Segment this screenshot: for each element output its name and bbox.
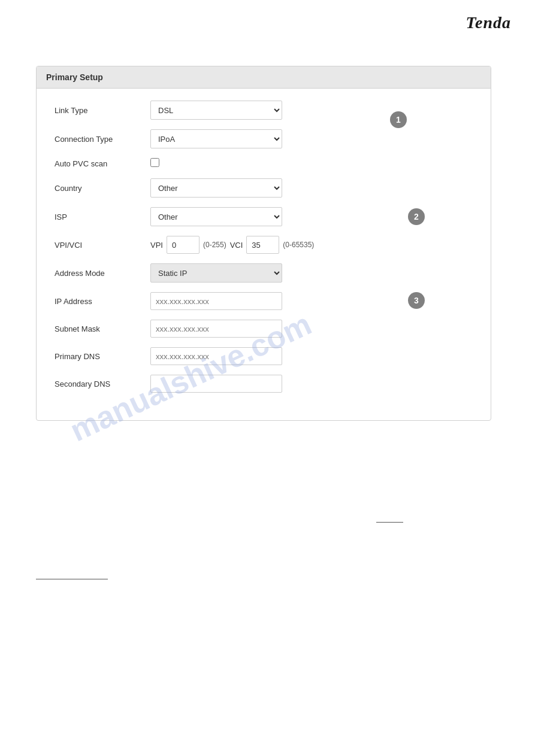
primary-dns-control (150, 347, 473, 365)
auto-pvc-checkbox[interactable] (150, 158, 159, 167)
vpi-vci-label: VPI/VCI (55, 241, 150, 250)
secondary-dns-label: Secondary DNS (55, 379, 150, 388)
secondary-dns-input[interactable] (150, 375, 282, 393)
country-row: Country Other United States United Kingd… (55, 178, 473, 198)
card-body: 1 2 3 Link Type DSL Ethernet (37, 89, 491, 420)
vpi-vci-row: VPI/VCI VPI (0-255) VCI (0-65535) (55, 236, 473, 254)
secondary-dns-row: Secondary DNS (55, 375, 473, 393)
link-type-control: DSL Ethernet (150, 101, 473, 120)
vci-label: VCI (230, 241, 243, 250)
auto-pvc-row: Auto PVC scan (55, 158, 473, 169)
auto-pvc-control (150, 158, 473, 169)
link-type-select[interactable]: DSL Ethernet (150, 101, 282, 120)
connection-type-control: IPoA PPPoE PPPoA Bridge (150, 129, 473, 148)
secondary-dns-control (150, 375, 473, 393)
card-title: Primary Setup (46, 72, 103, 82)
primary-dns-row: Primary DNS (55, 347, 473, 365)
country-label: Country (55, 184, 150, 193)
subnet-mask-row: Subnet Mask (55, 320, 473, 338)
underline-1 (376, 522, 403, 523)
connection-type-label: Connection Type (55, 135, 150, 144)
underline-2 (36, 579, 108, 579)
auto-pvc-label: Auto PVC scan (55, 159, 150, 168)
subnet-mask-label: Subnet Mask (55, 324, 150, 333)
ip-address-input[interactable] (150, 292, 282, 310)
connection-type-row: Connection Type IPoA PPPoE PPPoA Bridge (55, 129, 473, 148)
card-header: Primary Setup (37, 66, 491, 89)
address-mode-control: Static IP DHCP (150, 263, 473, 283)
isp-select[interactable]: Other AT&T Verizon BT (150, 207, 282, 226)
vci-input[interactable] (246, 236, 279, 254)
subnet-mask-control (150, 320, 473, 338)
link-type-row: Link Type DSL Ethernet (55, 101, 473, 120)
connection-type-select[interactable]: IPoA PPPoE PPPoA Bridge (150, 129, 282, 148)
primary-setup-card: Primary Setup 1 2 3 Link Type DSL (36, 66, 491, 421)
vpi-input[interactable] (167, 236, 200, 254)
link-type-label: Link Type (55, 106, 150, 115)
primary-dns-input[interactable] (150, 347, 282, 365)
ip-address-label: IP Address (55, 297, 150, 306)
vpi-vci-inputs: VPI (0-255) VCI (0-65535) (150, 236, 473, 254)
tenda-logo: Tenda (466, 13, 511, 32)
address-mode-select[interactable]: Static IP DHCP (150, 263, 282, 283)
address-mode-row: Address Mode Static IP DHCP (55, 263, 473, 283)
badge-1: 1 (390, 111, 407, 128)
page-wrapper: Tenda Primary Setup 1 2 3 Link Type (0, 0, 535, 756)
subnet-mask-input[interactable] (150, 320, 282, 338)
badge-2: 2 (408, 208, 425, 225)
address-mode-label: Address Mode (55, 269, 150, 278)
vpi-range: (0-255) (203, 241, 226, 249)
isp-label: ISP (55, 212, 150, 221)
country-control: Other United States United Kingdom China (150, 178, 473, 198)
country-select[interactable]: Other United States United Kingdom China (150, 178, 282, 198)
vpi-label: VPI (150, 241, 163, 250)
vci-range: (0-65535) (283, 241, 314, 249)
badge-3: 3 (408, 292, 425, 309)
primary-dns-label: Primary DNS (55, 352, 150, 361)
vpi-vci-control: VPI (0-255) VCI (0-65535) (150, 236, 473, 254)
